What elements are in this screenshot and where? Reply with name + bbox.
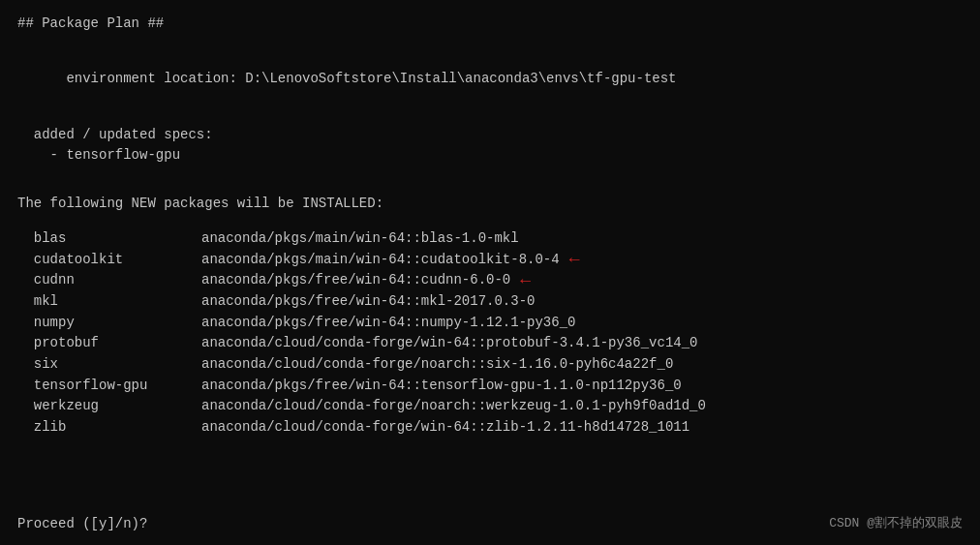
- added-specs-label: added / updated specs:: [17, 125, 963, 146]
- package-path: anaconda/cloud/conda-forge/win-64::proto…: [201, 333, 697, 354]
- package-row: werkzeuganaconda/cloud/conda-forge/noarc…: [17, 396, 963, 417]
- package-name: cudatoolkit: [17, 250, 201, 271]
- package-path: anaconda/pkgs/free/win-64::cudnn-6.0-0: [201, 270, 510, 291]
- package-row: zlibanaconda/cloud/conda-forge/win-64::z…: [17, 417, 963, 439]
- package-path: anaconda/pkgs/main/win-64::cudatoolkit-8…: [201, 250, 560, 271]
- package-plan-heading: ## Package Plan ##: [17, 14, 963, 35]
- red-arrow-icon: ←: [569, 251, 580, 268]
- package-name: cudnn: [17, 270, 201, 291]
- package-row: mklanaconda/pkgs/free/win-64::mkl-2017.0…: [17, 291, 963, 313]
- added-specs-item: - tensorflow-gpu: [17, 145, 963, 167]
- package-row: protobufanaconda/cloud/conda-forge/win-6…: [17, 333, 963, 354]
- package-row: numpyanaconda/pkgs/free/win-64::numpy-1.…: [17, 313, 963, 334]
- package-name: zlib: [17, 417, 201, 439]
- environment-label: environment location:: [50, 71, 237, 86]
- environment-path: D:\LenovoSoftstore\Install\anaconda3\env…: [237, 71, 677, 86]
- package-path: anaconda/pkgs/free/win-64::numpy-1.12.1-…: [201, 313, 575, 334]
- package-row: cudatoolkitanaconda/pkgs/main/win-64::cu…: [17, 250, 963, 271]
- package-row: sixanaconda/cloud/conda-forge/noarch::si…: [17, 354, 963, 376]
- package-path: anaconda/pkgs/free/win-64::tensorflow-gp…: [201, 376, 682, 397]
- package-name: blas: [17, 228, 201, 250]
- package-name: werkzeug: [17, 396, 201, 417]
- package-path: anaconda/cloud/conda-forge/win-64::zlib-…: [201, 417, 689, 439]
- new-packages-header: The following NEW packages will be INSTA…: [17, 194, 963, 215]
- package-path: anaconda/cloud/conda-forge/noarch::werkz…: [201, 396, 706, 417]
- package-name: tensorflow-gpu: [17, 376, 201, 397]
- red-arrow-icon: ←: [520, 272, 531, 289]
- package-name: protobuf: [17, 333, 201, 354]
- environment-line: environment location: D:\LenovoSoftstore…: [17, 48, 963, 111]
- package-path: anaconda/cloud/conda-forge/noarch::six-1…: [201, 354, 673, 376]
- package-name: mkl: [17, 291, 201, 313]
- package-row: blasanaconda/pkgs/main/win-64::blas-1.0-…: [17, 228, 963, 250]
- package-name: numpy: [17, 313, 201, 334]
- package-path: anaconda/pkgs/main/win-64::blas-1.0-mkl: [201, 228, 519, 250]
- package-name: six: [17, 354, 201, 376]
- package-path: anaconda/pkgs/free/win-64::mkl-2017.0.3-…: [201, 291, 535, 313]
- watermark: CSDN @割不掉的双眼皮: [829, 514, 963, 531]
- proceed-prompt[interactable]: Proceed ([y]/n)?: [17, 516, 147, 531]
- terminal: ## Package Plan ## environment location:…: [0, 0, 980, 545]
- package-row: tensorflow-gpuanaconda/pkgs/free/win-64:…: [17, 376, 963, 397]
- packages-list: blasanaconda/pkgs/main/win-64::blas-1.0-…: [17, 228, 963, 439]
- package-row: cudnnanaconda/pkgs/free/win-64::cudnn-6.…: [17, 270, 963, 291]
